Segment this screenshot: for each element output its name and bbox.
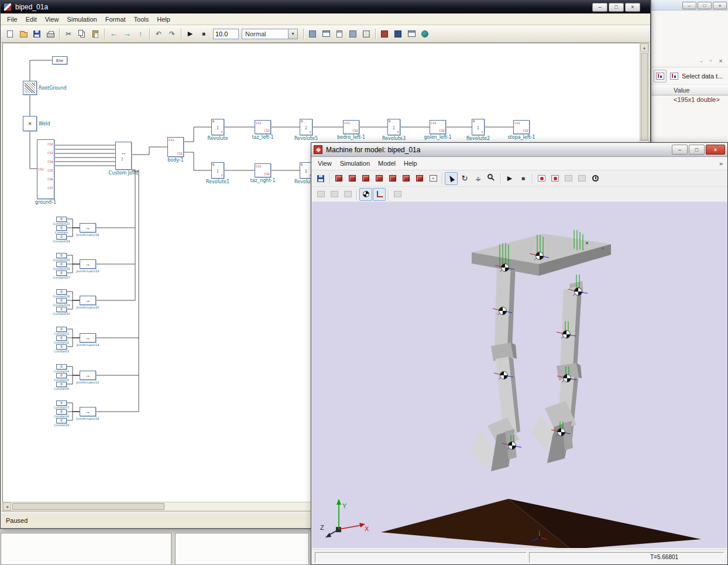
select-data-row[interactable]: Select data t...	[651, 69, 728, 84]
grid-view-button[interactable]	[360, 28, 373, 40]
block-revolute2[interactable]: BF↕Revolute2	[472, 119, 485, 135]
block-constant4[interactable]: 0	[56, 364, 67, 369]
new-file-button[interactable]	[4, 28, 16, 40]
menu-view[interactable]: View	[314, 159, 336, 168]
model-explorer-button[interactable]	[405, 28, 418, 40]
menu-help[interactable]: Help	[153, 15, 174, 24]
scope-button[interactable]	[392, 28, 404, 40]
sim-time-input[interactable]	[213, 29, 239, 39]
nav-forward-button[interactable]: →	[121, 28, 133, 40]
maximize-button[interactable]: □	[698, 2, 712, 9]
block-rootground[interactable]: RootGround	[23, 81, 37, 95]
value-column-header[interactable]: Value	[651, 84, 728, 95]
disabled-b-button[interactable]	[575, 172, 588, 185]
block-golen-left-1[interactable]: CS1CS2golen_left-1	[430, 120, 446, 134]
play-button[interactable]: ▶	[184, 28, 197, 40]
view-side-button[interactable]	[373, 172, 386, 185]
close-button[interactable]: ×	[713, 2, 727, 9]
nav-up-button[interactable]: ↑	[134, 28, 147, 40]
view-iso-button[interactable]	[332, 172, 345, 185]
menu-tools[interactable]: Tools	[130, 15, 153, 24]
axes-triad-button[interactable]	[373, 188, 386, 201]
fit-scene-button[interactable]: ×	[427, 172, 439, 185]
block-constant3[interactable]: 0	[56, 344, 67, 350]
select-data-label[interactable]: Select data t...	[682, 73, 723, 80]
menu-edit[interactable]: Edit	[22, 15, 41, 24]
block-ground-1[interactable]: CS2CS3CS4CS5CS6CS7CS1ground-1	[37, 139, 54, 199]
generate-report-button[interactable]	[333, 28, 346, 40]
block-constant[interactable]: 0	[56, 225, 67, 231]
3d-viewport[interactable]: Y X Z	[312, 202, 727, 548]
copy-button[interactable]	[75, 28, 88, 40]
disabled-3-button[interactable]	[341, 188, 354, 201]
stop-button[interactable]: ■	[197, 28, 210, 40]
block-revolute3[interactable]: BF↕Revolute3	[387, 119, 400, 135]
block-revolute[interactable]: BF↕Revolute	[211, 119, 224, 135]
scroll-left-icon[interactable]: ◄	[3, 502, 11, 511]
horizontal-scrollbar-thumb[interactable]	[12, 503, 164, 510]
menu-simulation[interactable]: Simulation	[63, 15, 101, 24]
menu-help[interactable]: Help	[400, 159, 421, 168]
block-weld[interactable]: ✕Weld	[23, 116, 37, 131]
world-view-button[interactable]	[418, 28, 431, 40]
block-constant30[interactable]: 0	[56, 307, 67, 312]
machine-titlebar[interactable]: Machine for model: biped_01a –□×	[311, 143, 727, 157]
menu-overflow-chevron[interactable]: »	[719, 160, 723, 167]
zoom-view-button[interactable]	[485, 172, 498, 185]
machine-viewer-window[interactable]: Machine for model: biped_01a –□× ViewSim…	[311, 142, 728, 565]
view-back-button[interactable]	[400, 172, 413, 185]
block-constant29[interactable]: 0	[56, 298, 67, 303]
block-jointactuator16[interactable]: →	[80, 223, 96, 232]
value-cell[interactable]: <195x1 double>	[651, 96, 728, 105]
play-button[interactable]: ▶	[503, 172, 516, 185]
block-jointactuator18[interactable]: →	[80, 407, 96, 416]
block-jointactuator12[interactable]: →	[80, 371, 96, 380]
minimize-button[interactable]: –	[672, 145, 688, 155]
library-link-button[interactable]	[346, 28, 359, 40]
maximize-button[interactable]: □	[609, 3, 624, 12]
clock-button[interactable]	[589, 172, 602, 185]
block-taz-right-1[interactable]: CS1CS2taz_right-1	[255, 163, 271, 177]
stop-button[interactable]: ■	[517, 172, 530, 185]
block-env[interactable]: Env	[52, 56, 67, 64]
scroll-up-icon[interactable]: ▲	[640, 43, 648, 52]
sim-mode-dropdown[interactable]: Normal ▾	[242, 29, 298, 39]
minimize-button[interactable]: –	[592, 3, 607, 12]
close-button[interactable]: ×	[625, 3, 640, 12]
block-revolute5[interactable]: BF↕Revolute5	[300, 119, 313, 135]
block-jointactuator14[interactable]: →	[80, 333, 96, 343]
float-button[interactable]: ▫	[706, 56, 716, 66]
disabled-4-button[interactable]	[391, 188, 404, 201]
cg-sphere-button[interactable]	[359, 188, 372, 201]
record-video-button[interactable]	[535, 172, 548, 185]
block-jointactuator19[interactable]: →	[80, 259, 96, 269]
menu-file[interactable]: File	[3, 15, 22, 24]
block-constant6[interactable]: 0	[56, 382, 67, 387]
minimize-button[interactable]: –	[682, 2, 696, 9]
menu-format[interactable]: Format	[101, 15, 130, 24]
save-button[interactable]	[314, 172, 327, 185]
library-browser-button[interactable]	[306, 28, 319, 40]
menu-model[interactable]: Model	[374, 159, 400, 168]
block-constant1[interactable]: 0	[56, 327, 67, 332]
block-constant9[interactable]: 0	[56, 418, 67, 423]
view-corner-button[interactable]	[413, 172, 426, 185]
block-bedro-left-1[interactable]: CS1CS2bedro_left-1	[343, 120, 359, 134]
disabled-2-button[interactable]	[328, 188, 341, 201]
block-constant5[interactable]: 0	[56, 373, 67, 378]
paste-button[interactable]	[89, 28, 102, 40]
open-file-button[interactable]	[17, 28, 30, 40]
block-constant7[interactable]: 0	[56, 400, 67, 406]
undo-button[interactable]: ↶	[152, 28, 165, 40]
block-jointactuator20[interactable]: →	[80, 296, 96, 305]
block-constant8[interactable]: 0	[56, 409, 67, 415]
block-constant26[interactable]: 0	[56, 262, 67, 267]
view-front-button[interactable]	[346, 172, 359, 185]
block-constant25[interactable]: 0	[56, 253, 67, 258]
rotate-view-button[interactable]: ↻	[458, 172, 471, 185]
block-constant27[interactable]: 0	[56, 270, 67, 276]
new-plot-button[interactable]	[654, 70, 667, 83]
block-body-1[interactable]: CS1CS2body-1	[167, 137, 184, 157]
close-button[interactable]: ×	[706, 145, 725, 155]
redo-button[interactable]: ↷	[166, 28, 178, 40]
